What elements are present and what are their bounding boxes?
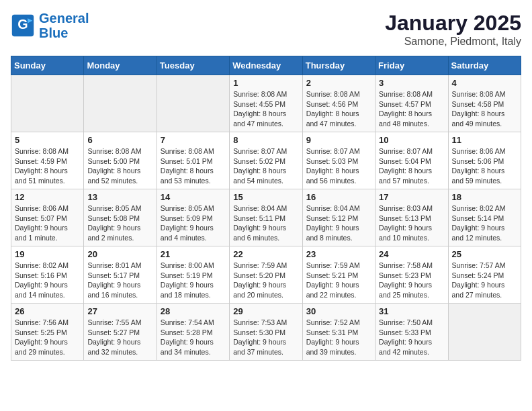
day-info: Sunrise: 8:00 AM Sunset: 5:19 PM Dayligh…	[161, 261, 226, 300]
calendar-cell: 7Sunrise: 8:08 AM Sunset: 5:01 PM Daylig…	[157, 132, 229, 189]
day-info: Sunrise: 8:06 AM Sunset: 5:06 PM Dayligh…	[452, 146, 517, 186]
day-number: 29	[233, 306, 298, 316]
logo-line1: General	[39, 11, 89, 26]
calendar-cell: 22Sunrise: 7:59 AM Sunset: 5:20 PM Dayli…	[230, 246, 302, 304]
weekday-header-monday: Monday	[84, 56, 157, 75]
calendar-cell: 11Sunrise: 8:06 AM Sunset: 5:06 PM Dayli…	[448, 132, 521, 189]
day-info: Sunrise: 7:55 AM Sunset: 5:27 PM Dayligh…	[87, 318, 152, 357]
day-number: 19	[15, 249, 80, 259]
day-number: 3	[379, 78, 444, 88]
day-number: 21	[161, 249, 226, 259]
day-number: 30	[306, 306, 371, 316]
week-row-4: 19Sunrise: 8:02 AM Sunset: 5:16 PM Dayli…	[11, 246, 521, 304]
day-info: Sunrise: 8:05 AM Sunset: 5:09 PM Dayligh…	[161, 203, 226, 243]
day-number: 16	[306, 192, 371, 202]
day-number: 24	[379, 249, 444, 259]
day-info: Sunrise: 7:52 AM Sunset: 5:31 PM Dayligh…	[306, 318, 371, 357]
calendar-cell: 5Sunrise: 8:08 AM Sunset: 4:59 PM Daylig…	[11, 132, 84, 189]
day-number: 15	[233, 192, 298, 202]
calendar-cell	[11, 75, 84, 132]
day-info: Sunrise: 8:04 AM Sunset: 5:11 PM Dayligh…	[233, 203, 298, 243]
calendar-cell: 16Sunrise: 8:04 AM Sunset: 5:12 PM Dayli…	[302, 189, 375, 246]
logo-line2: Blue	[39, 26, 68, 40]
page-header: G General Blue January 2025 Samone, Pied…	[11, 11, 521, 48]
day-number: 27	[87, 306, 152, 316]
calendar-cell: 12Sunrise: 8:06 AM Sunset: 5:07 PM Dayli…	[11, 189, 84, 246]
calendar-cell: 8Sunrise: 8:07 AM Sunset: 5:02 PM Daylig…	[230, 132, 302, 189]
day-number: 5	[15, 135, 80, 145]
calendar-cell: 31Sunrise: 7:50 AM Sunset: 5:33 PM Dayli…	[375, 304, 448, 361]
day-number: 20	[87, 249, 152, 259]
calendar-cell	[448, 304, 521, 361]
calendar-cell: 13Sunrise: 8:05 AM Sunset: 5:08 PM Dayli…	[84, 189, 157, 246]
calendar-cell: 26Sunrise: 7:56 AM Sunset: 5:25 PM Dayli…	[11, 304, 84, 361]
weekday-header-sunday: Sunday	[11, 56, 84, 75]
calendar-cell: 23Sunrise: 7:59 AM Sunset: 5:21 PM Dayli…	[302, 246, 375, 304]
day-number: 22	[233, 249, 298, 259]
day-number: 2	[306, 78, 371, 88]
day-info: Sunrise: 8:08 AM Sunset: 4:58 PM Dayligh…	[452, 89, 517, 129]
day-info: Sunrise: 7:53 AM Sunset: 5:30 PM Dayligh…	[233, 318, 298, 357]
logo: G General Blue	[11, 11, 89, 40]
day-info: Sunrise: 8:03 AM Sunset: 5:13 PM Dayligh…	[379, 203, 444, 243]
day-number: 12	[15, 192, 80, 202]
day-number: 13	[87, 192, 152, 202]
calendar-cell: 4Sunrise: 8:08 AM Sunset: 4:58 PM Daylig…	[448, 75, 521, 132]
calendar-cell: 9Sunrise: 8:07 AM Sunset: 5:03 PM Daylig…	[302, 132, 375, 189]
day-number: 4	[452, 78, 517, 88]
day-number: 6	[87, 135, 152, 145]
calendar-cell: 3Sunrise: 8:08 AM Sunset: 4:57 PM Daylig…	[375, 75, 448, 132]
calendar-cell: 6Sunrise: 8:08 AM Sunset: 5:00 PM Daylig…	[84, 132, 157, 189]
day-info: Sunrise: 7:56 AM Sunset: 5:25 PM Dayligh…	[15, 318, 80, 357]
week-row-2: 5Sunrise: 8:08 AM Sunset: 4:59 PM Daylig…	[11, 132, 521, 189]
day-number: 17	[379, 192, 444, 202]
day-number: 14	[161, 192, 226, 202]
day-info: Sunrise: 7:50 AM Sunset: 5:33 PM Dayligh…	[379, 318, 444, 357]
calendar-cell	[84, 75, 157, 132]
logo-text: General Blue	[39, 11, 89, 40]
calendar-cell: 14Sunrise: 8:05 AM Sunset: 5:09 PM Dayli…	[157, 189, 229, 246]
day-info: Sunrise: 8:08 AM Sunset: 4:56 PM Dayligh…	[306, 89, 371, 129]
day-info: Sunrise: 8:08 AM Sunset: 5:01 PM Dayligh…	[161, 146, 226, 186]
week-row-1: 1Sunrise: 8:08 AM Sunset: 4:55 PM Daylig…	[11, 75, 521, 132]
calendar-cell: 29Sunrise: 7:53 AM Sunset: 5:30 PM Dayli…	[230, 304, 302, 361]
calendar-cell: 20Sunrise: 8:01 AM Sunset: 5:17 PM Dayli…	[84, 246, 157, 304]
calendar-cell: 21Sunrise: 8:00 AM Sunset: 5:19 PM Dayli…	[157, 246, 229, 304]
day-number: 26	[15, 306, 80, 316]
day-info: Sunrise: 8:07 AM Sunset: 5:03 PM Dayligh…	[306, 146, 371, 186]
calendar-cell	[157, 75, 229, 132]
day-info: Sunrise: 8:02 AM Sunset: 5:16 PM Dayligh…	[15, 261, 80, 300]
calendar-cell: 15Sunrise: 8:04 AM Sunset: 5:11 PM Dayli…	[230, 189, 302, 246]
calendar-cell: 24Sunrise: 7:58 AM Sunset: 5:23 PM Dayli…	[375, 246, 448, 304]
svg-text:G: G	[17, 17, 28, 32]
day-number: 25	[452, 249, 517, 259]
day-info: Sunrise: 8:08 AM Sunset: 5:00 PM Dayligh…	[87, 146, 152, 186]
weekday-header-tuesday: Tuesday	[157, 56, 229, 75]
calendar-cell: 27Sunrise: 7:55 AM Sunset: 5:27 PM Dayli…	[84, 304, 157, 361]
day-number: 23	[306, 249, 371, 259]
day-info: Sunrise: 7:59 AM Sunset: 5:20 PM Dayligh…	[233, 261, 298, 300]
calendar-title: January 2025	[385, 11, 521, 36]
calendar-cell: 30Sunrise: 7:52 AM Sunset: 5:31 PM Dayli…	[302, 304, 375, 361]
week-row-3: 12Sunrise: 8:06 AM Sunset: 5:07 PM Dayli…	[11, 189, 521, 246]
weekday-header-friday: Friday	[375, 56, 448, 75]
day-info: Sunrise: 8:08 AM Sunset: 4:55 PM Dayligh…	[233, 89, 298, 129]
weekday-header-thursday: Thursday	[302, 56, 375, 75]
day-number: 31	[379, 306, 444, 316]
day-number: 1	[233, 78, 298, 88]
calendar-cell: 2Sunrise: 8:08 AM Sunset: 4:56 PM Daylig…	[302, 75, 375, 132]
day-info: Sunrise: 8:02 AM Sunset: 5:14 PM Dayligh…	[452, 203, 517, 243]
calendar-cell: 18Sunrise: 8:02 AM Sunset: 5:14 PM Dayli…	[448, 189, 521, 246]
calendar-cell: 28Sunrise: 7:54 AM Sunset: 5:28 PM Dayli…	[157, 304, 229, 361]
weekday-header-wednesday: Wednesday	[230, 56, 302, 75]
day-info: Sunrise: 8:08 AM Sunset: 4:57 PM Dayligh…	[379, 89, 444, 129]
logo-icon: G	[11, 13, 35, 38]
calendar-subtitle: Samone, Piedmont, Italy	[385, 36, 521, 48]
day-number: 8	[233, 135, 298, 145]
day-info: Sunrise: 7:54 AM Sunset: 5:28 PM Dayligh…	[161, 318, 226, 357]
day-info: Sunrise: 8:07 AM Sunset: 5:04 PM Dayligh…	[379, 146, 444, 186]
day-number: 9	[306, 135, 371, 145]
calendar-cell: 25Sunrise: 7:57 AM Sunset: 5:24 PM Dayli…	[448, 246, 521, 304]
day-info: Sunrise: 7:58 AM Sunset: 5:23 PM Dayligh…	[379, 261, 444, 300]
day-info: Sunrise: 7:59 AM Sunset: 5:21 PM Dayligh…	[306, 261, 371, 300]
